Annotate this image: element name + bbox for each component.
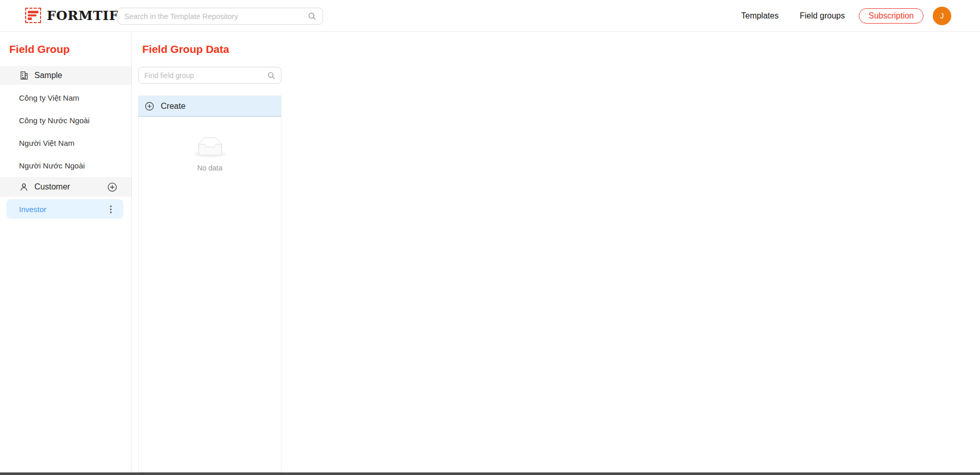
horizontal-scrollbar[interactable] [0, 472, 980, 475]
create-button[interactable]: Create [139, 96, 281, 117]
empty-inbox-icon [194, 137, 226, 160]
empty-state-text: No data [197, 164, 222, 172]
brand-logo[interactable]: FORMTIFY [25, 8, 128, 23]
sidebar-item-nguoi-nuoc-ngoai[interactable]: Người Nước Ngoài [0, 154, 131, 177]
sidebar-section-customer[interactable]: Customer [0, 177, 131, 197]
sidebar-item-nguoi-viet-nam[interactable]: Người Việt Nam [0, 131, 131, 154]
header-nav: Templates Field groups Subscription J [741, 0, 951, 32]
sidebar-item-label: Người Việt Nam [19, 139, 74, 147]
app-window: FORMTIFY Templates Field groups Subscrip… [0, 0, 980, 475]
sidebar-item-cong-ty-nuoc-ngoai[interactable]: Công ty Nước Ngoài [0, 109, 131, 131]
nav-templates[interactable]: Templates [741, 11, 779, 21]
create-button-label: Create [161, 102, 185, 111]
formtify-logo-icon [25, 8, 41, 23]
sidebar-section-label: Customer [34, 182, 70, 192]
kebab-menu-icon[interactable]: ⋮ [106, 205, 115, 214]
sidebar-item-label: Công ty Việt Nam [19, 93, 79, 102]
sidebar-item-label: Người Nước Ngoài [19, 161, 85, 170]
avatar[interactable]: J [933, 7, 951, 25]
nav-field-groups[interactable]: Field groups [800, 11, 845, 21]
brand-name: FORMTIFY [47, 8, 128, 23]
sidebar-title: Field Group [9, 43, 70, 55]
template-search-input[interactable] [124, 12, 308, 21]
field-group-data-panel: Create No data [138, 96, 281, 472]
page-title: Field Group Data [142, 43, 229, 55]
field-group-search-box [138, 67, 281, 84]
sidebar-item-investor-selected[interactable]: Investor ⋮ [7, 199, 123, 219]
sidebar-section-sample[interactable]: Sample [0, 66, 131, 85]
top-header: FORMTIFY Templates Field groups Subscrip… [0, 0, 980, 32]
user-icon [20, 182, 29, 192]
sidebar-section-label: Sample [34, 71, 62, 80]
sidebar-item-cong-ty-viet-nam[interactable]: Công ty Việt Nam [0, 86, 131, 109]
sidebar-item-label: Công ty Nước Ngoài [19, 116, 89, 125]
empty-state: No data [139, 137, 281, 172]
company-buildings-icon [20, 71, 29, 80]
field-group-sidebar: Field Group Sample Công ty Việt Nam Công… [0, 32, 132, 472]
search-icon [308, 12, 316, 21]
field-group-search-input[interactable] [144, 71, 267, 80]
add-field-group-button[interactable] [107, 182, 117, 192]
plus-circle-icon [145, 102, 154, 111]
search-icon [267, 71, 275, 80]
template-search-box [118, 8, 323, 25]
sidebar-item-label: Investor [19, 205, 46, 214]
subscription-button[interactable]: Subscription [859, 8, 924, 24]
